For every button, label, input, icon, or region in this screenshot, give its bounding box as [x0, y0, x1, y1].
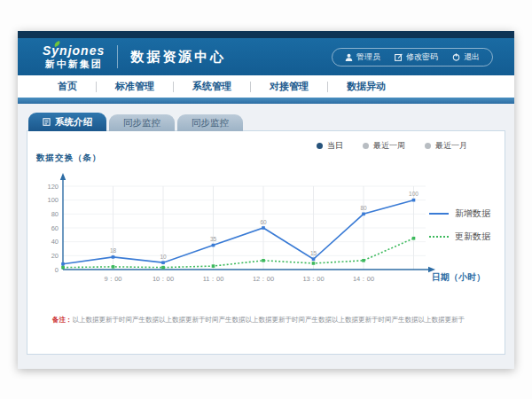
- range-filter-group: 当日 最近一周 最近一月: [317, 140, 467, 152]
- tab-label: 系统介绍: [55, 116, 92, 129]
- footnote-text: 以上数据更新于时间产生数据以上数据更新于时间产生数据以上数据更新于时间产生数据以…: [73, 316, 466, 324]
- tab-sync-monitor-2[interactable]: 同步监控: [177, 114, 243, 131]
- y-tick-label: 120: [47, 183, 59, 191]
- user-menu: 管理员 修改密码 退出: [332, 48, 493, 66]
- nav-accent-bar: [18, 98, 514, 104]
- logo-text-en: Synjones: [43, 44, 105, 58]
- x-tick-label: 10：00: [153, 275, 174, 283]
- y-tick-label: 80: [51, 210, 59, 218]
- footnote-prefix: 备注：: [52, 316, 73, 324]
- logout-label: 退出: [464, 51, 480, 63]
- footnote: 备注：以上数据更新于时间产生数据以上数据更新于时间产生数据以上数据更新于时间产生…: [52, 316, 465, 325]
- app-window: Synjones 新中新集团 数据资源中心 管理员 修改密码 退出 首页 标准管…: [18, 31, 514, 369]
- data-point-label: 10: [160, 254, 167, 260]
- data-point: [161, 266, 165, 270]
- data-point: [312, 262, 316, 265]
- data-point: [412, 199, 416, 202]
- legend-label: 更新数据: [455, 231, 490, 243]
- data-point: [262, 259, 265, 262]
- tab-label: 同步监控: [192, 117, 229, 129]
- x-tick-label: 9：00: [104, 275, 121, 283]
- radio-icon: [317, 143, 323, 149]
- data-point: [61, 266, 65, 270]
- data-point-label: 100: [409, 191, 419, 197]
- y-tick-label: 0: [55, 266, 59, 274]
- chart-svg: 0204060801001209：0010：0011：0012：0013：001…: [36, 165, 437, 300]
- data-point: [61, 262, 65, 266]
- data-point: [112, 255, 115, 259]
- legend-item-new-data: 新增数据: [429, 207, 490, 220]
- data-point: [212, 244, 215, 247]
- legend-label: 新增数据: [455, 207, 490, 220]
- power-icon: [452, 53, 460, 61]
- nav-item-data-change[interactable]: 数据异动: [328, 80, 404, 93]
- change-password-label: 修改密码: [406, 51, 438, 63]
- data-point: [212, 264, 215, 268]
- change-password-button[interactable]: 修改密码: [395, 51, 438, 63]
- nav-item-home[interactable]: 首页: [39, 80, 96, 93]
- tab-system-intro[interactable]: 系统介绍: [28, 113, 106, 131]
- data-point-label: 80: [360, 205, 367, 211]
- x-tick-label: 12：00: [253, 275, 274, 283]
- filter-last-week[interactable]: 最近一周: [363, 140, 405, 152]
- radio-icon: [363, 143, 369, 149]
- y-axis-title: 数据交换（条）: [36, 153, 102, 164]
- logout-button[interactable]: 退出: [452, 51, 480, 63]
- nav-item-interface-mgmt[interactable]: 对接管理: [251, 80, 327, 93]
- data-point: [412, 237, 416, 240]
- filter-label: 最近一月: [435, 140, 467, 152]
- data-point: [161, 261, 165, 264]
- y-tick-label: 60: [51, 224, 59, 232]
- y-tick-label: 20: [51, 252, 59, 260]
- filter-last-month[interactable]: 最近一月: [425, 140, 467, 152]
- top-strip: [18, 31, 514, 38]
- header: Synjones 新中新集团 数据资源中心 管理员 修改密码 退出: [18, 38, 514, 75]
- filter-label: 最近一周: [373, 140, 405, 152]
- main-nav: 首页 标准管理 系统管理 对接管理 数据异动: [18, 75, 514, 98]
- current-user[interactable]: 管理员: [345, 51, 380, 63]
- nav-item-system-mgmt[interactable]: 系统管理: [174, 80, 250, 93]
- data-point: [362, 259, 365, 262]
- radio-icon: [425, 143, 431, 149]
- chart-area: 0204060801001209：0010：0011：0012：0013：001…: [36, 165, 437, 303]
- current-user-label: 管理员: [356, 51, 380, 63]
- y-tick-label: 100: [47, 196, 59, 204]
- x-tick-label: 14：00: [353, 275, 374, 283]
- user-icon: [345, 53, 353, 61]
- tab-sync-monitor-1[interactable]: 同步监控: [109, 114, 175, 131]
- x-axis-title: 日期（小时）: [432, 271, 485, 284]
- legend-item-updated-data: 更新数据: [429, 231, 490, 243]
- page-title: 数据资源中心: [130, 49, 226, 66]
- nav-item-standard-mgmt[interactable]: 标准管理: [97, 80, 173, 93]
- x-tick-label: 11：00: [203, 275, 224, 283]
- data-point: [362, 213, 365, 216]
- data-point: [112, 265, 115, 269]
- data-point: [312, 257, 316, 261]
- logo-text-cn: 新中新集团: [43, 59, 105, 69]
- y-axis-arrow: [60, 173, 66, 180]
- edit-icon: [395, 53, 403, 61]
- filter-label: 当日: [327, 140, 343, 152]
- data-point-label: 15: [310, 250, 317, 256]
- data-point: [262, 226, 265, 230]
- document-icon: [43, 117, 51, 128]
- logo: Synjones 新中新集团: [43, 44, 105, 68]
- solid-line-icon: [429, 213, 449, 215]
- header-divider: [117, 45, 118, 68]
- tab-label: 同步监控: [123, 117, 160, 129]
- dotted-line-icon: [429, 236, 449, 238]
- data-point-label: 18: [110, 247, 117, 254]
- chart-panel: 当日 最近一周 最近一月 数据交换（条） 0204060801001209：00…: [27, 130, 505, 355]
- tab-bar: 系统介绍 同步监控 同步监控: [28, 113, 514, 131]
- chart-legend: 新增数据 更新数据: [429, 207, 490, 243]
- data-point-label: 60: [260, 219, 267, 225]
- x-tick-label: 13：00: [302, 275, 324, 283]
- y-tick-label: 40: [51, 238, 59, 246]
- filter-today[interactable]: 当日: [317, 140, 343, 152]
- data-point-label: 35: [210, 236, 217, 242]
